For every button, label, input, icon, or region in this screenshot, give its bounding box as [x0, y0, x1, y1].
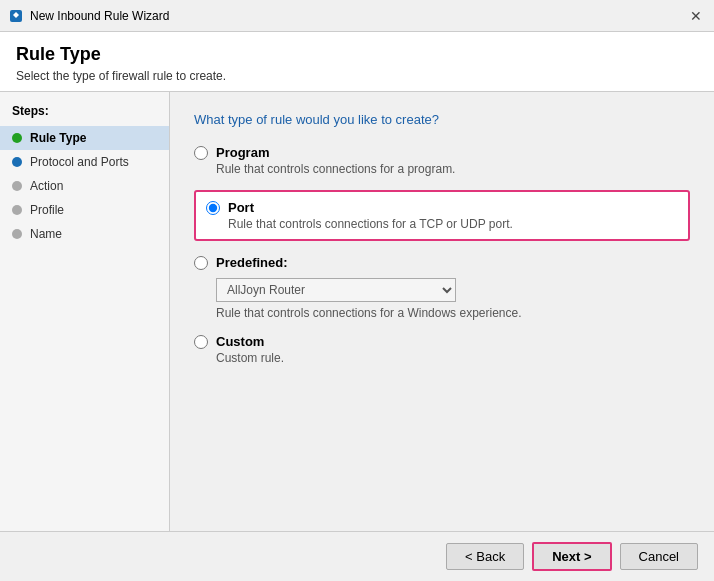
sidebar-item-rule-type[interactable]: Rule Type: [0, 126, 169, 150]
dot-icon-rule-type: [12, 133, 22, 143]
window-title: New Inbound Rule Wizard: [30, 9, 169, 23]
back-button[interactable]: < Back: [446, 543, 524, 570]
dot-icon-name: [12, 229, 22, 239]
option-custom-desc: Custom rule.: [216, 351, 690, 365]
footer: < Back Next > Cancel: [0, 531, 714, 581]
content-area: Steps: Rule Type Protocol and Ports Acti…: [0, 92, 714, 531]
close-button[interactable]: ✕: [686, 6, 706, 26]
dot-icon-protocol-ports: [12, 157, 22, 167]
radio-custom[interactable]: [194, 335, 208, 349]
question-text: What type of rule would you like to crea…: [194, 112, 690, 127]
predefined-dropdown[interactable]: AllJoyn Router: [216, 278, 456, 302]
option-program-label[interactable]: Program: [216, 145, 269, 160]
option-port-row[interactable]: Port: [206, 200, 678, 215]
page-title: Rule Type: [16, 44, 698, 65]
option-custom: Custom Custom rule.: [194, 334, 690, 365]
steps-label: Steps:: [0, 104, 169, 126]
option-custom-label[interactable]: Custom: [216, 334, 264, 349]
option-predefined-row[interactable]: Predefined:: [194, 255, 690, 270]
title-bar-left: New Inbound Rule Wizard: [8, 8, 169, 24]
radio-port[interactable]: [206, 201, 220, 215]
sidebar-item-profile[interactable]: Profile: [0, 198, 169, 222]
title-bar: New Inbound Rule Wizard ✕: [0, 0, 714, 32]
dot-icon-action: [12, 181, 22, 191]
sidebar-item-action[interactable]: Action: [0, 174, 169, 198]
cancel-button[interactable]: Cancel: [620, 543, 698, 570]
next-button[interactable]: Next >: [532, 542, 611, 571]
option-program-row[interactable]: Program: [194, 145, 690, 160]
right-panel: What type of rule would you like to crea…: [170, 92, 714, 531]
sidebar-label-name: Name: [30, 227, 62, 241]
sidebar-label-action: Action: [30, 179, 63, 193]
sidebar-label-protocol-ports: Protocol and Ports: [30, 155, 129, 169]
main-container: Rule Type Select the type of firewall ru…: [0, 32, 714, 581]
option-predefined: Predefined: AllJoyn Router Rule that con…: [194, 255, 690, 320]
option-port-highlight: Port Rule that controls connections for …: [194, 190, 690, 241]
option-port-desc: Rule that controls connections for a TCP…: [228, 217, 678, 231]
page-subtitle: Select the type of firewall rule to crea…: [16, 69, 698, 83]
sidebar-label-profile: Profile: [30, 203, 64, 217]
dot-icon-profile: [12, 205, 22, 215]
option-program-desc: Rule that controls connections for a pro…: [216, 162, 690, 176]
option-custom-row[interactable]: Custom: [194, 334, 690, 349]
radio-predefined[interactable]: [194, 256, 208, 270]
option-predefined-label[interactable]: Predefined:: [216, 255, 288, 270]
option-predefined-desc: Rule that controls connections for a Win…: [216, 306, 690, 320]
sidebar: Steps: Rule Type Protocol and Ports Acti…: [0, 92, 170, 531]
option-program: Program Rule that controls connections f…: [194, 145, 690, 176]
sidebar-item-protocol-ports[interactable]: Protocol and Ports: [0, 150, 169, 174]
radio-program[interactable]: [194, 146, 208, 160]
option-port-label[interactable]: Port: [228, 200, 254, 215]
app-icon: [8, 8, 24, 24]
header-section: Rule Type Select the type of firewall ru…: [0, 32, 714, 92]
sidebar-item-name[interactable]: Name: [0, 222, 169, 246]
sidebar-label-rule-type: Rule Type: [30, 131, 86, 145]
